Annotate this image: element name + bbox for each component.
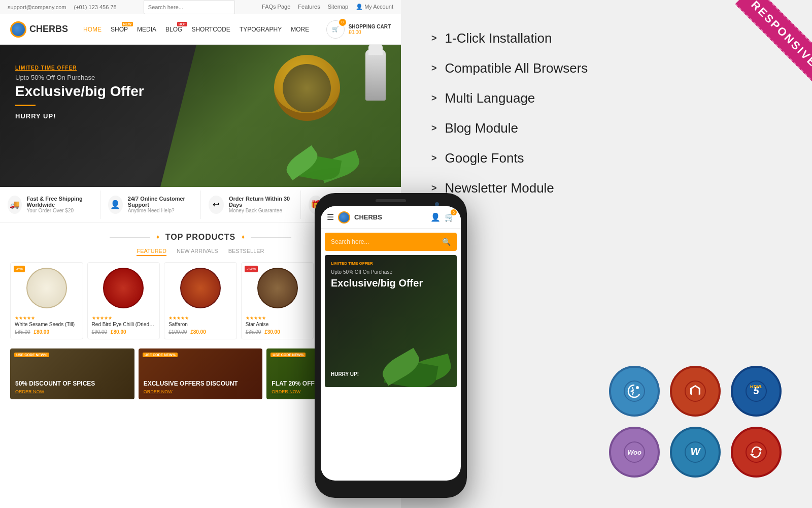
leaves-image	[269, 121, 370, 182]
phone-outer: ☰ CHERBS 👤 🛒 0 Search here... 🔍	[315, 193, 467, 498]
title-line-left	[110, 237, 150, 238]
svg-text:W: W	[691, 446, 701, 457]
product-card-anise[interactable]: -14% ★★★★★ Star Anise £35.00 £30.00	[241, 262, 314, 339]
svg-point-2	[685, 381, 705, 401]
feature-language: Multi Language	[445, 90, 535, 106]
phone-search: Search here... 🔍	[325, 233, 457, 251]
tab-featured[interactable]: FEATURED	[137, 248, 166, 256]
top-bar-right: FAQs Page Features Sitemap 👤 My Account	[262, 4, 393, 10]
html5-svg: 5 HTML	[745, 380, 767, 402]
magento-svg	[684, 380, 706, 402]
phone-user-icon: 👤	[430, 212, 441, 222]
faqs-link[interactable]: FAQs Page	[262, 4, 290, 10]
section-title: TOP PRODUCTS	[165, 233, 236, 242]
banner-title-2: EXCLUSIVE OFFERS DISCOUNT	[144, 380, 258, 387]
top-bar: support@company.com (+01) 123 456 78 FAQ…	[0, 0, 401, 14]
sitemap-link[interactable]: Sitemap	[328, 4, 348, 10]
bowl-inner	[283, 64, 331, 112]
phone-hero-sub: Upto 50% Off On Purchase	[331, 269, 392, 275]
support-sub: Anytime Need Help?	[128, 208, 193, 213]
logo[interactable]: CHERBS	[10, 21, 68, 38]
phone-leaves	[365, 306, 457, 387]
cart-icon[interactable]: 🛒 0	[326, 20, 345, 39]
price-new-sesame: £80.00	[33, 329, 49, 335]
banner-badge-3: USE CODE NEW%	[270, 353, 306, 357]
bottle-cap	[368, 45, 383, 55]
product-name-saffron: Saffaron	[164, 321, 236, 328]
arrow-icon-5: >	[431, 153, 437, 164]
product-img-chilli	[88, 263, 160, 313]
phone-brand-text: CHERBS	[354, 213, 426, 221]
email-link[interactable]: support@company.com	[8, 4, 66, 10]
features-link[interactable]: Features	[298, 4, 320, 10]
price-new-saffron: £80.00	[190, 329, 206, 335]
arrow-icon-3: >	[431, 93, 437, 104]
product-badge-anise: -14%	[245, 266, 258, 272]
arrow-icon-6: >	[431, 183, 437, 194]
shipping-title: Fast & Free Shipping Worldwide	[27, 196, 92, 208]
nav-shop[interactable]: SHOP NEW	[111, 26, 128, 33]
banner-cta-2[interactable]: ORDER NOW	[144, 389, 258, 394]
feature-row-fonts: > Google Fonts	[431, 150, 782, 166]
tech-icon-html5: 5 HTML	[731, 366, 782, 417]
phone-header: ☰ CHERBS 👤 🛒 0	[321, 206, 461, 229]
phone-camera-icon	[435, 202, 439, 206]
cart-label: SHOPPING CART	[349, 24, 391, 29]
main-nav: HOME SHOP NEW MEDIA BLOG HOT SHORTCODE T…	[83, 26, 309, 33]
banner-exclusive[interactable]: USE CODE NEW% EXCLUSIVE OFFERS DISCOUNT …	[139, 348, 263, 399]
svg-point-10	[746, 442, 766, 462]
tab-new-arrivals[interactable]: NEW ARRIVALS	[177, 248, 218, 256]
cart-area[interactable]: 🛒 0 SHOPPING CART £0.00	[326, 20, 391, 39]
phone-link[interactable]: (+01) 123 456 78	[74, 4, 117, 10]
nav-shortcode[interactable]: SHORTCODE	[191, 26, 230, 33]
feature-browsers: Compatible All Browsers	[445, 60, 588, 76]
cart-info: SHOPPING CART £0.00	[349, 24, 391, 35]
phone-logo-icon	[338, 211, 350, 224]
refresh-svg	[745, 441, 767, 463]
feature-support-text: 24/7 Online Customer Support Anytime Nee…	[128, 196, 193, 213]
price-new-chilli: £80.00	[111, 329, 126, 335]
nav-home[interactable]: HOME	[83, 26, 101, 33]
tech-icon-wp-bird	[609, 366, 660, 417]
banner-spices[interactable]: USE CODE NEW% 50% DISCOUNT OF SPICES ORD…	[10, 348, 134, 399]
wordpress-bird-svg	[623, 380, 646, 402]
title-star-icon: ✦	[155, 234, 160, 241]
tech-icon-refresh	[731, 427, 782, 478]
shipping-icon: 🚚	[8, 196, 22, 214]
nav-blog[interactable]: BLOG HOT	[165, 26, 182, 33]
anise-image	[257, 268, 298, 308]
return-sub: Money Back Guarantee	[229, 208, 293, 213]
hero-title: Exclusive/big Offer	[15, 84, 144, 100]
phone-hero: LIMITED TIME OFFER Upto 50% Off On Purch…	[325, 255, 457, 387]
product-card-sesame[interactable]: -6% ★★★★★ White Sesame Seeds (Till) £85.…	[10, 262, 83, 339]
return-title: Order Return Within 30 Days	[229, 196, 293, 208]
search-input[interactable]	[144, 0, 235, 14]
arrow-icon-4: >	[431, 123, 437, 134]
feature-blog: Blog Module	[445, 120, 519, 136]
responsive-ribbon: RESPONSIVE	[700, 0, 812, 112]
banner-badge-1: USE CODE NEW%	[14, 353, 49, 357]
feature-shipping: 🚚 Fast & Free Shipping Worldwide Your Or…	[0, 190, 100, 219]
hero-cta: HURRY UP!	[15, 112, 144, 120]
my-account-link[interactable]: 👤 My Account	[356, 4, 393, 10]
banner-cta-1[interactable]: ORDER NOW	[15, 389, 129, 394]
svg-text:HTML: HTML	[750, 384, 763, 389]
phone-hero-limited: LIMITED TIME OFFER	[331, 261, 373, 266]
phone-cart-icon: 🛒 0	[445, 212, 455, 222]
product-price-saffron: £100.00 £80.00	[164, 328, 236, 339]
nav-typography[interactable]: TYPOGRAPHY	[240, 26, 282, 33]
hero-divider	[15, 105, 36, 106]
responsive-ribbon-text: RESPONSIVE	[735, 0, 812, 83]
tech-icon-woo: Woo	[609, 427, 660, 478]
tab-bestseller[interactable]: BESTSELLER	[228, 248, 264, 256]
nav-more[interactable]: MORE	[291, 26, 309, 33]
arrow-icon-2: >	[431, 63, 437, 74]
price-old-saffron: £100.00	[168, 329, 187, 335]
product-card-saffron[interactable]: ★★★★★ Saffaron £100.00 £80.00	[164, 262, 237, 339]
product-card-chilli[interactable]: ★★★★★ Red Bird Eye Chilli (Dried Kan... …	[87, 262, 160, 339]
phone-menu-icon: ☰	[327, 212, 334, 222]
nav-media[interactable]: MEDIA	[137, 26, 156, 33]
svg-point-1	[636, 386, 639, 389]
product-img-saffron	[164, 263, 236, 313]
product-name-sesame: White Sesame Seeds (Till)	[11, 321, 83, 328]
